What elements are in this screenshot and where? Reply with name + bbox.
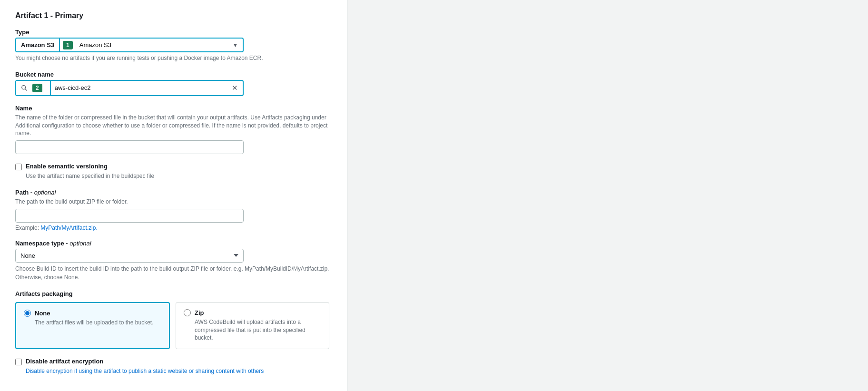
type-field-group: Type Amazon S3 1 Amazon S3 No artifacts … xyxy=(15,29,332,62)
encryption-group: Disable artifact encryption Disable encr… xyxy=(15,358,332,375)
packaging-zip-card[interactable]: Zip AWS CodeBuild will upload artifacts … xyxy=(176,302,329,349)
packaging-none-title: None xyxy=(35,310,50,317)
type-select[interactable]: Amazon S3 No artifacts xyxy=(76,39,233,51)
semantic-versioning-checkbox[interactable] xyxy=(15,164,22,170)
semantic-versioning-label[interactable]: Enable semantic versioning xyxy=(26,163,108,170)
packaging-label: Artifacts packaging xyxy=(15,290,332,297)
namespace-select[interactable]: None Build ID xyxy=(15,249,244,263)
type-select-arrow-icon: ▼ xyxy=(233,42,243,48)
path-field-group: Path - optional The path to the build ou… xyxy=(15,189,332,231)
namespace-label: Namespace type - optional xyxy=(15,240,332,247)
semantic-versioning-hint: Use the artifact name specified in the b… xyxy=(26,172,332,180)
encryption-checkbox[interactable] xyxy=(15,359,22,365)
bucket-clear-button[interactable]: ✕ xyxy=(227,82,243,93)
path-example: Example: MyPath/MyArtifact.zip. xyxy=(15,225,332,231)
bucket-field-group: Bucket name 2 aws-cicd-ec2 ✕ xyxy=(15,71,332,96)
bucket-value: aws-cicd-ec2 xyxy=(51,81,227,94)
search-icon-area: 2 xyxy=(16,81,51,95)
right-panel xyxy=(347,0,868,391)
bucket-input-wrapper[interactable]: 2 aws-cicd-ec2 ✕ xyxy=(15,80,244,96)
packaging-zip-radio[interactable] xyxy=(184,309,191,316)
svg-line-1 xyxy=(25,88,27,90)
bucket-step-badge: 2 xyxy=(32,84,42,92)
encryption-hint: Disable encryption if using the artifact… xyxy=(26,367,332,375)
bucket-label: Bucket name xyxy=(15,71,332,78)
packaging-section: Artifacts packaging None The artifact fi… xyxy=(15,290,332,349)
packaging-none-desc: The artifact files will be uploaded to t… xyxy=(35,319,161,327)
type-badge: Amazon S3 xyxy=(16,39,60,51)
path-input[interactable] xyxy=(15,209,244,223)
type-hint: You might choose no artifacts if you are… xyxy=(15,54,332,62)
namespace-field-group: Namespace type - optional None Build ID … xyxy=(15,240,332,282)
name-field-group: Name The name of the folder or compresse… xyxy=(15,105,332,154)
packaging-options: None The artifact files will be uploaded… xyxy=(15,302,329,349)
encryption-label[interactable]: Disable artifact encryption xyxy=(26,358,103,365)
type-label: Type xyxy=(15,29,332,36)
packaging-zip-title: Zip xyxy=(195,309,204,316)
name-hint: The name of the folder or compressed fil… xyxy=(15,114,332,137)
type-select-wrapper[interactable]: Amazon S3 1 Amazon S3 No artifacts ▼ xyxy=(15,38,244,52)
semantic-versioning-group: Enable semantic versioning Use the artif… xyxy=(15,163,332,180)
search-icon xyxy=(21,85,28,91)
path-hint: The path to the build output ZIP file or… xyxy=(15,198,332,206)
namespace-hint: Choose Build ID to insert the build ID i… xyxy=(15,264,332,282)
packaging-zip-desc: AWS CodeBuild will upload artifacts into… xyxy=(195,318,321,342)
name-label: Name xyxy=(15,105,332,112)
section-title: Artifact 1 - Primary xyxy=(15,11,332,20)
name-input[interactable] xyxy=(15,140,244,154)
step-badge: 1 xyxy=(63,41,73,49)
main-panel: Artifact 1 - Primary Type Amazon S3 1 Am… xyxy=(0,0,347,391)
path-label: Path - optional xyxy=(15,189,332,196)
packaging-none-card[interactable]: None The artifact files will be uploaded… xyxy=(15,302,170,349)
packaging-none-radio[interactable] xyxy=(24,310,31,317)
